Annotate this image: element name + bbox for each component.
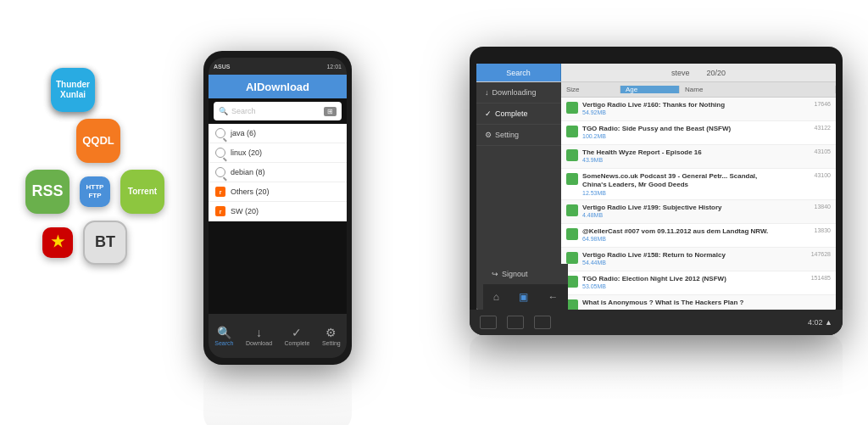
tablet-time: 4:02 ▲ <box>808 318 832 327</box>
row-content: Vertigo Radio Live #199: Subjective Hist… <box>582 204 780 218</box>
tablet-column-headers: Size Age Name <box>561 82 836 98</box>
recent-icon[interactable]: ▣ <box>519 291 528 303</box>
row-icon <box>566 299 578 310</box>
gear-icon: ⚙ <box>485 131 492 139</box>
list-item[interactable]: r SW (20) <box>209 202 347 221</box>
row-icon <box>566 173 578 185</box>
search-nav-icon: 🔍 <box>216 327 231 338</box>
tablet-device: Search steve 20/20 ↓ Downloading ✓ Compl… <box>470 47 843 335</box>
download-icon: ↓ <box>485 88 489 97</box>
row-content: Vertigo Radio Live #158: Return to Norma… <box>582 251 780 266</box>
complete-nav-icon: ✓ <box>289 327 304 338</box>
row-icon <box>566 276 578 288</box>
phone-brand: ASUS <box>214 64 230 70</box>
tablet-search-tab[interactable]: Search <box>476 64 561 81</box>
row-icon <box>566 102 578 114</box>
icon-row-1: Thunder Xunlai <box>25 68 164 112</box>
row-content: The Health Wyze Report - Episode 16 43.9… <box>582 148 780 163</box>
tablet-main-list: Size Age Name Vertigo Radio Live #160: T… <box>561 82 836 310</box>
row-content: SomeNews.co.uk Podcast 39 - General Petr… <box>582 172 780 196</box>
tablet-sidebar-bottom: ⌂ ▣ ← <box>483 284 568 310</box>
table-row[interactable]: What is Anonymous ? What is The Hackers … <box>561 295 836 310</box>
row-content: Vertigo Radio Live #160: Thanks for Noth… <box>582 101 780 115</box>
row-icon <box>566 228 578 240</box>
phone-time: 12:01 <box>326 64 342 70</box>
back-icon[interactable]: ← <box>548 291 558 303</box>
phone-bottom-nav: 🔍 Search ↓ Download ✓ Complete ⚙ Setting <box>209 314 347 358</box>
col-name[interactable]: Name <box>680 86 836 93</box>
icon-row-3: RSS HTTP FTP Torrent <box>25 170 164 214</box>
table-row[interactable]: The Health Wyze Report - Episode 16 43.9… <box>561 145 836 169</box>
tablet-username: steve 20/20 <box>561 69 836 77</box>
http-ftp-icon[interactable]: HTTP FTP <box>80 176 110 207</box>
phone-nav-download[interactable]: ↓ Download <box>246 327 272 346</box>
check-icon: ✓ <box>485 109 492 118</box>
icon-row-2: QQDL <box>76 119 164 163</box>
table-row[interactable]: Vertigo Radio Live #158: Return to Norma… <box>561 248 836 271</box>
phone-nav-search[interactable]: 🔍 Search <box>214 327 233 346</box>
tablet-top-bar: Search steve 20/20 <box>476 64 836 82</box>
phone-search-btn[interactable]: ⊞ <box>324 107 337 116</box>
table-row[interactable]: TGO Radio: Side Pussy and the Beast (NSF… <box>561 121 836 145</box>
app-icons-panel: Thunder Xunlai QQDL RSS HTTP FTP Torrent… <box>25 68 164 265</box>
row-content: TGO Radio: Election Night Live 2012 (NSF… <box>582 275 780 289</box>
sidebar-downloading[interactable]: ↓ Downloading <box>476 82 561 103</box>
tablet-content: ↓ Downloading ✓ Complete ⚙ Setting ↪ Sig… <box>476 82 836 310</box>
rss-icon-small: r <box>215 206 225 216</box>
row-content: TGO Radio: Side Pussy and the Beast (NSF… <box>582 125 780 139</box>
rss-icon[interactable]: RSS <box>25 170 70 214</box>
tablet-bottom-nav <box>480 316 551 329</box>
setting-nav-icon: ⚙ <box>324 327 339 338</box>
table-row[interactable]: Vertigo Radio Live #199: Subjective Hist… <box>561 200 836 224</box>
thunder-xunlai-icon[interactable]: Thunder Xunlai <box>51 68 95 112</box>
phone-search-icon: 🔍 <box>219 107 228 115</box>
pt-star-icon[interactable]: ★ <box>42 227 73 258</box>
search-icon <box>215 128 225 138</box>
search-icon <box>215 148 225 158</box>
phone-nav-setting[interactable]: ⚙ Setting <box>322 327 341 346</box>
list-item[interactable]: java (6) <box>209 124 347 143</box>
list-item[interactable]: debian (8) <box>209 163 347 182</box>
sidebar-complete[interactable]: ✓ Complete <box>476 103 561 125</box>
row-icon <box>566 252 578 264</box>
tablet-nav-btn-2[interactable] <box>507 316 524 329</box>
torrent-icon[interactable]: Torrent <box>120 170 164 214</box>
rss-icon-small: r <box>215 187 225 197</box>
table-row[interactable]: TGO Radio: Election Night Live 2012 (NSF… <box>561 271 836 295</box>
table-row[interactable]: Vertigo Radio Live #160: Thanks for Noth… <box>561 98 836 121</box>
tablet-reflection <box>470 335 843 403</box>
icon-row-4: ★ BT <box>42 221 164 265</box>
download-nav-icon: ↓ <box>251 327 266 338</box>
phone-list: java (6) linux (20) debian (8) r Others … <box>209 124 347 221</box>
tablet-nav-btn-3[interactable] <box>534 316 551 329</box>
row-icon <box>566 149 578 161</box>
phone-status-bar: ASUS 12:01 <box>209 58 347 75</box>
table-row[interactable]: SomeNews.co.uk Podcast 39 - General Petr… <box>561 169 836 200</box>
col-age[interactable]: Age <box>620 86 680 93</box>
row-content: What is Anonymous ? What is The Hackers … <box>582 299 831 307</box>
col-size[interactable]: Size <box>561 86 620 93</box>
list-item[interactable]: r Others (20) <box>209 182 347 202</box>
list-item[interactable]: linux (20) <box>209 143 347 163</box>
sidebar-setting[interactable]: ⚙ Setting <box>476 125 561 146</box>
home-icon[interactable]: ⌂ <box>493 291 499 303</box>
signout-button[interactable]: ↪ Signout <box>483 264 568 284</box>
table-row[interactable]: @KellerCast #007 vom 09.11.2012 aus dem … <box>561 224 836 248</box>
phone-reflection <box>203 365 352 425</box>
phone-search-bar[interactable]: 🔍 Search ⊞ <box>214 102 342 120</box>
tablet-nav-btn-1[interactable] <box>480 316 497 329</box>
row-icon <box>566 126 578 137</box>
tablet-sidebar: ↓ Downloading ✓ Complete ⚙ Setting ↪ Sig… <box>476 82 561 310</box>
phone-device: ASUS 12:01 AIDownload 🔍 Search ⊞ java (6… <box>203 51 352 365</box>
row-icon <box>566 204 578 216</box>
phone-nav-complete[interactable]: ✓ Complete <box>285 327 310 346</box>
phone-app-title: AIDownload <box>209 75 347 98</box>
tablet-bottom-bar: 4:02 ▲ <box>470 310 843 335</box>
bt-icon[interactable]: BT <box>83 221 127 265</box>
qqdl-icon[interactable]: QQDL <box>76 119 120 163</box>
search-icon <box>215 167 225 177</box>
row-content: @KellerCast #007 vom 09.11.2012 aus dem … <box>582 227 780 242</box>
signout-icon: ↪ <box>492 270 498 278</box>
